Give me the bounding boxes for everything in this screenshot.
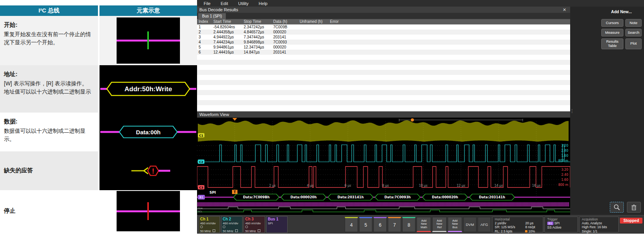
menu-help[interactable]: Help <box>254 1 273 6</box>
doc-table: I²C 总线 元素示意 开始:重复开始发生在没有前一个停止的情况下显示另一个开始… <box>0 5 197 232</box>
svg-text:SPI: SPI <box>209 191 216 194</box>
svg-text:C2: C2 <box>199 160 203 164</box>
acquisition-title: Acquisition <box>582 217 616 221</box>
acquisition-panel[interactable]: Acquisition Auto, Analyze High Res: 16 b… <box>579 217 619 232</box>
table-row[interactable]: 47.444234µs9.846898µs7C0093 <box>197 40 570 45</box>
doc-row-stop-symbol <box>99 190 197 232</box>
svg-text:Data:7C009Bh: Data:7C009Bh <box>243 195 269 199</box>
svg-text:800 m: 800 m <box>558 159 568 163</box>
start-symbol-icon <box>117 17 180 64</box>
digital-trace-scl[interactable] <box>197 210 570 212</box>
bandwidth-icon <box>258 229 260 232</box>
sidebar-search-button[interactable]: Search <box>625 29 642 36</box>
menu-bar: FileEditUtilityHelp <box>197 0 644 7</box>
sidebar-note-button[interactable]: Note <box>625 19 642 27</box>
magnifier-icon <box>613 204 620 211</box>
zoom-button[interactable] <box>610 202 624 213</box>
svg-text:T: T <box>234 191 236 194</box>
close-icon[interactable]: ✕ <box>561 7 568 12</box>
waveform-titlebar: Waveform View <box>197 111 570 118</box>
svg-text:14 µs: 14 µs <box>494 184 503 187</box>
svg-text:2.40: 2.40 <box>561 173 568 177</box>
trigger-position-icon <box>232 118 237 121</box>
sidebar-plot-button[interactable]: Plot <box>625 38 642 49</box>
svg-text:3.20: 3.20 <box>561 144 568 147</box>
sidebar-results-table-button[interactable]: Results Table <box>601 38 623 49</box>
doc-row-stop-text: 停止 <box>0 190 98 232</box>
menu-edit[interactable]: Edit <box>216 1 233 6</box>
svg-text:1.60: 1.60 <box>561 154 568 158</box>
menu-file[interactable]: File <box>199 1 216 6</box>
channel-button-6[interactable]: 6 <box>373 217 387 232</box>
col-error: Error <box>328 19 570 24</box>
add-new-math-button[interactable]: AddNewMath <box>417 217 431 232</box>
ch2-trace[interactable] <box>197 145 570 162</box>
svg-text:Data:203141h: Data:203141h <box>479 195 505 199</box>
decode-titlebar: Bus Decode Results ✕ <box>197 7 570 13</box>
decode-table-header: IndexStart TimeStop TimeData (h)Unframed… <box>197 19 570 24</box>
svg-text:6 µs: 6 µs <box>345 184 351 187</box>
decode-table-body: 1-54.82604ns2.347242µs7C009B22.444358µs4… <box>197 24 570 55</box>
addr-symbol-icon: Addr:50h:Write <box>99 65 197 113</box>
probe-icon <box>245 225 248 228</box>
tab-bus1-spi[interactable]: Bus 1 (SPI) <box>198 13 226 19</box>
trash-icon <box>631 204 637 211</box>
doc-header-i2c-bus: I²C 总线 <box>0 5 98 16</box>
waveform-title: Waveform View <box>199 112 229 117</box>
sidebar-measure-button[interactable]: Measure <box>601 29 623 36</box>
doc-row-start-text: 开始:重复开始发生在没有前一个停止的情况下显示另一个开始。 <box>0 16 98 65</box>
svg-text:Addr:50h:Write: Addr:50h:Write <box>124 85 172 93</box>
svg-text:B1: B1 <box>199 196 203 199</box>
doc-row-data-symbol: Data:00h <box>99 113 197 151</box>
bandwidth-icon <box>235 229 238 232</box>
channel-button-7[interactable]: 7 <box>388 217 401 232</box>
menu-utility[interactable]: Utility <box>233 1 254 6</box>
doc-row-address-symbol: Addr:50h:Write <box>99 65 197 113</box>
add-new-title: Add New... <box>601 9 642 14</box>
table-row[interactable]: 1-54.82604ns2.347242µs7C009B <box>197 24 570 29</box>
trigger-panel[interactable]: Trigger B1 SPI SS Active <box>545 217 578 232</box>
decode-title: Bus Decode Results <box>199 7 238 12</box>
svg-text:Data:000020h: Data:000020h <box>290 195 317 199</box>
panel-splitter[interactable]: ⋮ <box>570 7 574 215</box>
table-row[interactable]: 22.444358µs4.846572µs000020 <box>197 29 570 35</box>
channel-button-8[interactable]: 8 <box>402 217 415 232</box>
trigger-title: Trigger <box>547 217 575 221</box>
stopped-badge[interactable]: Stopped <box>620 218 642 224</box>
table-row[interactable]: 34.944922µs7.347442µs203141 <box>197 35 570 40</box>
digital-trace-sda[interactable] <box>197 207 570 209</box>
dvm-button[interactable]: DVM <box>463 217 476 232</box>
sidebar-buttons: CursorsNoteMeasureSearchResults TablePlo… <box>601 19 642 49</box>
svg-text:3.20: 3.20 <box>561 168 568 172</box>
col-data-h: Data (h) <box>272 19 298 24</box>
trigger-source-badge: B1 <box>547 222 553 225</box>
add-new-ref-button[interactable]: AddNewRef <box>432 217 447 232</box>
svg-text:2 µs: 2 µs <box>269 184 276 187</box>
app-root: I²C 总线 元素示意 开始:重复开始发生在没有前一个停止的情况下显示另一个开始… <box>0 0 644 248</box>
waveform-canvas[interactable]: 3.202.401.60800 m3.202.401.60800 m2 µs4 … <box>197 118 570 215</box>
decode-tabbar: Bus 1 (SPI) <box>197 13 570 19</box>
channel-badge-ch-2[interactable]: Ch 2460 mV/div50 MHz <box>221 216 243 233</box>
sidebar-cursors-button[interactable]: Cursors <box>601 19 623 27</box>
position-marker-icon <box>411 118 414 121</box>
channel-button-5[interactable]: 5 <box>359 217 372 232</box>
channel-button-4[interactable]: 4 <box>345 217 358 232</box>
bus-badge-bus-1[interactable]: Bus 1SPI <box>266 216 288 233</box>
ch1-trace[interactable] <box>198 120 568 142</box>
table-row[interactable]: 59.944861µs12.34734µs000020 <box>197 45 570 50</box>
afg-button[interactable]: AFG <box>478 217 491 232</box>
col-index: Index <box>197 19 212 24</box>
right-sidebar: Add New... CursorsNoteMeasureSearchResul… <box>574 7 644 215</box>
svg-text:Data:7C0093h: Data:7C0093h <box>384 195 411 199</box>
svg-text:12 µs: 12 µs <box>457 184 465 187</box>
channel-badge-ch-3[interactable]: Ch 3460 mV/div50 MHz <box>244 216 265 233</box>
table-row[interactable]: 612.44416µs14.847µs203141 <box>197 50 570 55</box>
col-unframed-h: Unframed (h) <box>298 19 328 24</box>
channel-badge-ch-1[interactable]: Ch 1460 mV/div50 MHz <box>199 216 220 233</box>
empty-rows <box>197 55 570 111</box>
data-symbol-icon: Data:00h <box>99 113 197 151</box>
add-new-bus-button[interactable]: AddNewBus <box>448 217 462 232</box>
doc-row-missing-ack-symbol: ! <box>99 151 197 190</box>
horizontal-panel[interactable]: Horizontal 2 µs/div 20 µs SR: 125 MS/s 8… <box>492 217 543 232</box>
trash-button[interactable] <box>627 202 641 213</box>
